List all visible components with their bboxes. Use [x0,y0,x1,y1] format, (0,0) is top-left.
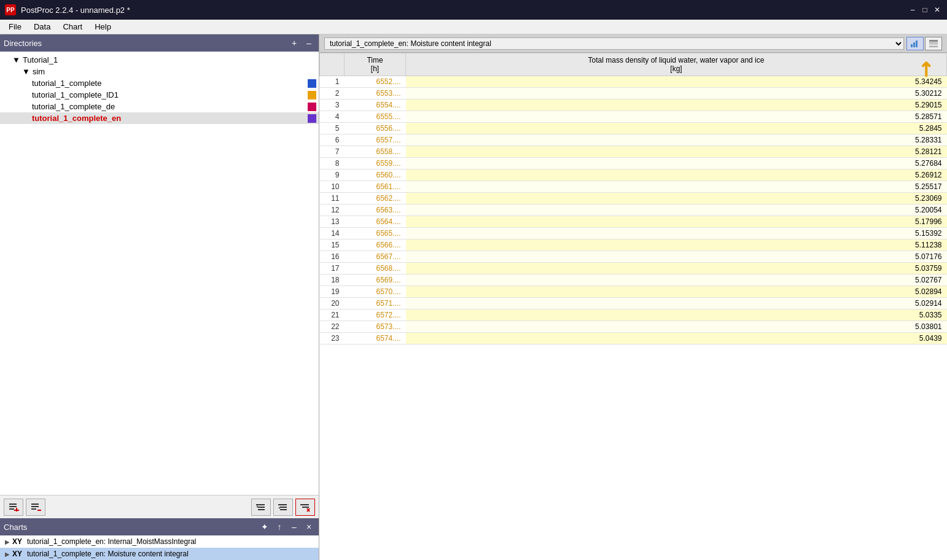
charts-close-btn[interactable]: × [303,521,315,533]
row-time: 6557.... [345,134,406,146]
tree-item-sim[interactable]: ▼ sim [0,66,319,77]
directories-title: Directories [4,39,286,48]
tree-item-complete[interactable]: tutorial_1_complete [0,77,319,89]
indent-button[interactable] [251,499,271,516]
menu-file[interactable]: File [2,21,28,33]
row-value: 5.03759 [406,263,947,274]
remove-list-button[interactable] [26,499,45,516]
chart-prefix-0: XY [12,537,22,546]
row-time: 6564.... [345,216,406,228]
indent-icon [255,502,267,513]
tree-label: tutorial_1_complete [32,79,101,88]
row-number: 16 [320,251,345,263]
tree-item-id1[interactable]: tutorial_1_complete_ID1 [0,89,319,101]
charts-add-btn[interactable]: ✦ [259,521,271,533]
row-value: 5.0335 [406,309,947,321]
tree-item-de[interactable]: tutorial_1_complete_de [0,101,319,112]
menu-help[interactable]: Help [88,21,117,33]
svg-marker-12 [256,505,258,508]
charts-collapse-btn[interactable]: – [288,521,300,533]
row-value: 5.02767 [406,274,947,286]
row-value: 5.11238 [406,239,947,251]
svg-rect-1 [9,506,17,507]
add-list-icon [7,502,20,513]
table-row: 13 6564.... 5.17996 [320,216,947,228]
row-time: 6572.... [345,309,406,321]
row-value: 5.07176 [406,251,947,263]
minimize-button[interactable]: – [908,5,918,15]
row-number: 5 [320,123,345,134]
chart-prefix-1: XY [12,550,22,558]
row-number: 8 [320,158,345,169]
svg-rect-7 [31,508,36,510]
add-list-button[interactable] [4,499,23,516]
svg-rect-0 [9,504,17,505]
row-number: 12 [320,204,345,216]
data-table-container[interactable]: ↗ Time[h] Total mass density of liquid w… [319,53,947,560]
chart-item-1[interactable]: ▶ XY tutorial_1_complete_en: Moisture co… [0,548,319,560]
row-number: 6 [320,134,345,146]
svg-rect-24 [929,40,938,42]
svg-rect-22 [913,42,915,47]
row-value: 5.2845 [406,123,947,134]
svg-rect-23 [916,41,918,47]
color-indicator-orange [308,91,316,99]
col-header-value: Total mass density of liquid water, wate… [406,53,947,76]
color-indicator-blue [308,79,316,88]
row-value: 5.02894 [406,286,947,298]
close-button[interactable]: ✕ [932,5,942,15]
chart-view-button[interactable] [906,37,924,50]
svg-rect-15 [280,509,287,510]
left-panel: Directories + – ▼ Tutorial_1 ▼ sim tutor… [0,34,319,560]
row-time: 6566.... [345,239,406,251]
row-number: 21 [320,309,345,321]
table-title-dropdown[interactable]: tutorial_1_complete_en: Moisture content… [324,37,904,50]
outdent-button[interactable] [273,499,293,516]
table-header-bar: tutorial_1_complete_en: Moisture content… [319,34,947,53]
row-value: 5.15392 [406,228,947,239]
row-value: 5.23069 [406,193,947,204]
directories-collapse-btn[interactable]: – [303,37,315,49]
table-row: 9 6560.... 5.26912 [320,169,947,181]
charts-title: Charts [4,523,256,532]
chart-item-0[interactable]: ▶ XY tutorial_1_complete_en: Internal_Mo… [0,535,319,548]
svg-rect-25 [929,42,938,44]
menu-data[interactable]: Data [28,21,57,33]
table-view-button[interactable] [925,37,942,50]
directories-header: Directories + – [0,34,319,52]
row-time: 6568.... [345,263,406,274]
row-number: 18 [320,274,345,286]
charts-up-btn[interactable]: ↑ [273,521,286,533]
menu-chart[interactable]: Chart [57,21,88,33]
svg-rect-10 [258,507,265,508]
tree-item-en[interactable]: tutorial_1_complete_en [0,112,319,124]
table-row: 10 6561.... 5.25517 [320,181,947,193]
tree-expand-icon: ▼ [22,67,30,76]
charts-header: Charts ✦ ↑ – × [0,518,319,535]
title-bar: PP PostProc 2.2.4 - unnamed.p2 * – □ ✕ [0,0,947,20]
svg-rect-5 [31,504,39,505]
delete-button[interactable] [295,499,315,516]
row-number: 2 [320,88,345,99]
tree-label: tutorial_1_complete_de [32,102,115,111]
view-buttons [906,37,942,50]
svg-rect-8 [37,510,41,511]
row-number: 3 [320,99,345,111]
col-header-time: Time[h] [345,53,406,76]
maximize-button[interactable]: □ [920,5,930,15]
directories-add-btn[interactable]: + [288,37,300,49]
menu-bar: File Data Chart Help [0,20,947,34]
table-row: 12 6563.... 5.20054 [320,204,947,216]
svg-rect-27 [929,46,938,47]
row-number: 17 [320,263,345,274]
data-table: Time[h] Total mass density of liquid wat… [319,53,947,344]
row-time: 6573.... [345,321,406,333]
table-row: 5 6556.... 5.2845 [320,123,947,134]
row-time: 6556.... [345,123,406,134]
row-time: 6569.... [345,274,406,286]
row-time: 6559.... [345,158,406,169]
svg-rect-26 [929,44,938,45]
row-time: 6562.... [345,193,406,204]
tree-item-tutorial1[interactable]: ▼ Tutorial_1 [0,54,319,66]
row-value: 5.29015 [406,99,947,111]
